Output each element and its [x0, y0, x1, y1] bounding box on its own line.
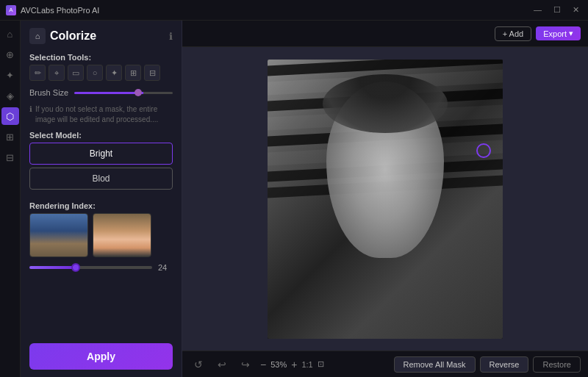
rect-tool[interactable]: ▭ [68, 65, 84, 81]
model-bright-button[interactable]: Bright [29, 143, 173, 165]
rendering-index-slider[interactable] [29, 266, 152, 269]
refresh-tool-button[interactable]: ↺ [190, 356, 207, 373]
model-label: Select Model: [29, 131, 173, 140]
brush-thumb [135, 89, 142, 96]
minimize-button[interactable]: — [531, 5, 545, 15]
model-blod-button[interactable]: Blod [29, 168, 173, 190]
restore-button[interactable]: Restore [533, 356, 581, 373]
rail-layers-icon[interactable]: ⊞ [1, 128, 19, 146]
title-area: ⌂ Colorize [29, 28, 96, 44]
app-icon: A [6, 5, 16, 15]
header-right-btns: + Add Export ▾ [495, 26, 581, 41]
home-button[interactable]: ⌂ [29, 28, 46, 44]
rendering-section: Rendering Index: 24 [29, 201, 173, 272]
rendering-value: 24 [158, 263, 173, 272]
canvas-area: + Add Export ▾ [182, 21, 588, 377]
thumbnails-row [29, 213, 173, 257]
maximize-button[interactable]: ☐ [551, 5, 564, 15]
brush-size-row: Brush Size [29, 88, 173, 97]
circle-tool[interactable]: ○ [87, 65, 103, 81]
brush-tool[interactable]: ⊞ [125, 65, 141, 81]
info-icon[interactable]: ℹ [169, 31, 173, 42]
export-chevron-icon: ▾ [569, 29, 573, 38]
export-label: Export [543, 29, 567, 38]
close-button[interactable]: ✕ [570, 5, 582, 15]
zoom-fit-button[interactable]: ⊡ [318, 359, 324, 369]
app-body: ⌂ ⊕ ✦ ◈ ⬡ ⊞ ⊟ ⌂ Colorize ℹ Selection Too… [0, 21, 588, 377]
rendering-thumb [71, 263, 80, 272]
rail-colorize-icon[interactable]: ⬡ [1, 107, 19, 125]
pen-tool[interactable]: ✏ [29, 65, 46, 81]
remove-all-mask-button[interactable]: Remove All Mask [394, 356, 476, 373]
app-name: AVCLabs PhotoPro AI [21, 6, 99, 15]
redo-tool-button[interactable]: ↪ [237, 356, 254, 373]
zoom-preset-button[interactable]: 1:1 [301, 360, 312, 369]
rendering-label: Rendering Index: [29, 201, 173, 210]
hint-text-block: ℹ If you do not select a mask, the entir… [29, 104, 173, 125]
export-button[interactable]: Export ▾ [536, 26, 581, 40]
photo-frame [268, 60, 503, 339]
title-bar-left: A AVCLabs PhotoPro AI [6, 5, 99, 15]
eraser-tool[interactable]: ⊟ [144, 65, 160, 81]
rail-settings-icon[interactable]: ⊟ [1, 148, 19, 166]
rendering-slider-row: 24 [29, 263, 173, 272]
zoom-in-button[interactable]: + [291, 359, 297, 370]
bottom-toolbar: ↺ ↩ ↪ − 53% + 1:1 ⊡ Remove All Mask Reve… [182, 351, 588, 377]
tools-row: ✏ ⌖ ▭ ○ ✦ ⊞ ⊟ [29, 65, 173, 81]
apply-button[interactable]: Apply [29, 343, 173, 370]
photo-container [268, 60, 503, 339]
rail-adjust-icon[interactable]: ✦ [1, 66, 19, 84]
rail-home-icon[interactable]: ⌂ [1, 25, 19, 43]
magic-tool[interactable]: ✦ [106, 65, 122, 81]
panel-title: Colorize [50, 29, 96, 43]
add-button[interactable]: + Add [495, 26, 531, 41]
lasso-tool[interactable]: ⌖ [49, 65, 65, 81]
hint-text: If you do not select a mask, the entire … [35, 104, 173, 125]
zoom-value: 53% [270, 360, 287, 369]
model-section: Select Model: Bright Blod [29, 131, 173, 193]
rail-filter-icon[interactable]: ◈ [1, 87, 19, 104]
left-panel: ⌂ Colorize ℹ Selection Tools: ✏ ⌖ ▭ ○ ✦ … [21, 21, 182, 377]
zoom-out-button[interactable]: − [260, 359, 266, 370]
canvas-header: + Add Export ▾ [182, 21, 588, 47]
rail-cursor-icon[interactable]: ⊕ [1, 46, 19, 63]
icon-rail: ⌂ ⊕ ✦ ◈ ⬡ ⊞ ⊟ [0, 21, 21, 377]
bottom-right-buttons: Remove All Mask Reverse Restore [394, 356, 581, 373]
thumbnail-person[interactable] [93, 213, 151, 257]
title-bar: A AVCLabs PhotoPro AI — ☐ ✕ [0, 0, 588, 21]
undo-tool-button[interactable]: ↩ [213, 356, 231, 373]
selection-tools-section: Selection Tools: ✏ ⌖ ▭ ○ ✦ ⊞ ⊟ [29, 53, 173, 81]
reverse-button[interactable]: Reverse [480, 356, 529, 373]
brush-size-label: Brush Size [29, 88, 68, 97]
hair-element [323, 74, 448, 133]
canvas-main[interactable] [182, 47, 588, 351]
panel-header: ⌂ Colorize ℹ [29, 28, 173, 44]
photo-background [268, 60, 503, 339]
cursor-circle [476, 143, 491, 158]
window-controls[interactable]: — ☐ ✕ [531, 5, 582, 15]
zoom-controls: − 53% + 1:1 ⊡ [260, 359, 324, 370]
brush-size-slider[interactable] [74, 92, 173, 94]
selection-tools-label: Selection Tools: [29, 53, 173, 62]
thumbnail-mountain[interactable] [29, 213, 88, 257]
hint-icon: ℹ [29, 104, 32, 115]
